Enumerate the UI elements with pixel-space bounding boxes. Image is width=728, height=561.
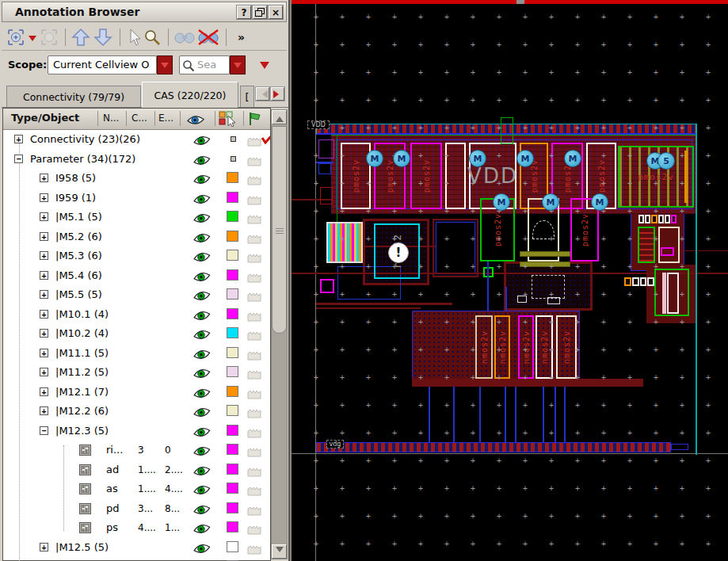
color-swatch[interactable] <box>227 541 238 552</box>
expander-toggle[interactable]: + <box>40 193 48 202</box>
color-swatch[interactable] <box>227 172 238 183</box>
nmos-cell[interactable]: nmos2v <box>536 315 553 379</box>
arrow-down-icon[interactable] <box>93 26 113 48</box>
tree-row[interactable]: +|M5.1 (5) <box>3 208 270 227</box>
nmos-cell[interactable]: nmos2v <box>556 315 577 379</box>
annotation-marker[interactable]: M <box>516 150 534 167</box>
expander-toggle[interactable]: + <box>40 290 48 299</box>
color-swatch[interactable] <box>227 444 238 455</box>
selectability-column-icon[interactable] <box>219 111 239 130</box>
layout-canvas[interactable]: VDD pmos2v pmos2v pmos2v VDD pmos2v pmos… <box>292 0 728 561</box>
visibility-eye-icon[interactable] <box>192 152 212 170</box>
color-swatch[interactable] <box>227 308 238 319</box>
tab-scroll-right-button[interactable] <box>271 87 284 101</box>
color-swatch[interactable] <box>227 269 238 280</box>
pointer-icon[interactable] <box>125 26 141 48</box>
expander-toggle[interactable]: + <box>40 232 48 241</box>
color-swatch[interactable] <box>227 425 238 436</box>
visibility-eye-icon[interactable] <box>192 230 212 247</box>
visibility-eye-icon[interactable] <box>192 133 212 151</box>
column-type-object[interactable]: Type/Object <box>11 112 79 124</box>
tree-header[interactable]: Type/Object N... C... E... <box>3 109 270 130</box>
nmos-small-cell[interactable] <box>638 227 655 263</box>
tree-row[interactable]: ri...3 0 <box>3 441 270 460</box>
arrow-up-icon[interactable] <box>71 26 91 48</box>
tree-row[interactable]: +|M5.3 (6) <box>3 246 270 266</box>
expander-toggle[interactable]: + <box>40 310 48 319</box>
expander-toggle[interactable]: + <box>40 406 48 415</box>
search-input[interactable]: Sea <box>179 55 230 74</box>
bottom-rail[interactable] <box>316 442 671 452</box>
tree-row[interactable]: −|M12.3 (5) <box>3 422 270 441</box>
panel-menu-arrow-icon[interactable] <box>260 62 269 74</box>
zoom-dropdown-icon[interactable] <box>29 36 36 45</box>
tree-row[interactable]: +|M10.2 (4) <box>3 324 270 344</box>
pmos-cell[interactable]: pmos2v <box>341 143 371 209</box>
tree-row[interactable]: +|M14 (4) <box>3 557 270 561</box>
annotation-marker-count[interactable]: 5 <box>657 152 675 170</box>
annotation-marker[interactable]: M <box>393 150 410 167</box>
tree-row[interactable]: +Connectivity (23)(26) <box>3 130 270 150</box>
pmos-cell[interactable] <box>445 143 466 209</box>
visibility-eye-icon[interactable] <box>192 346 212 364</box>
expander-toggle[interactable]: + <box>40 543 48 551</box>
tree-body[interactable]: +Connectivity (23)(26)−Parameter (34)(17… <box>3 130 270 561</box>
expander-toggle[interactable]: + <box>40 174 48 182</box>
tree-row[interactable]: +I959 (1) <box>3 189 270 208</box>
toolbar-overflow-button[interactable]: » <box>238 31 245 44</box>
visibility-eye-icon[interactable] <box>192 211 212 228</box>
zoom-to-fit-icon[interactable] <box>6 26 25 48</box>
tree-row[interactable]: as1.... 4.... <box>3 479 270 499</box>
striped-small-cell[interactable] <box>654 269 689 316</box>
flag-column-icon[interactable] <box>247 111 265 130</box>
color-swatch[interactable] <box>227 483 238 494</box>
annotation-marker[interactable]: M <box>493 193 510 211</box>
visibility-eye-icon[interactable] <box>192 444 212 461</box>
tree-row[interactable]: +|M11.1 (5) <box>3 344 270 364</box>
tab-connectivity[interactable]: Connectivity (79/79) <box>6 86 141 107</box>
expander-toggle[interactable]: − <box>14 155 23 163</box>
color-swatch[interactable] <box>227 250 238 261</box>
tree-row[interactable]: +|M12.1 (7) <box>3 383 270 403</box>
expander-toggle[interactable]: + <box>40 368 48 376</box>
tree-row[interactable]: +I958 (5) <box>3 169 270 189</box>
tree-row[interactable]: +|M12.5 (5) <box>3 538 270 558</box>
tree-row[interactable]: +|M12.2 (6) <box>3 402 270 422</box>
visibility-eye-icon[interactable] <box>192 172 212 189</box>
expander-toggle[interactable]: + <box>40 387 48 396</box>
annotation-marker[interactable]: M <box>591 193 608 211</box>
visibility-column-eye-icon[interactable] <box>187 113 204 128</box>
expander-toggle[interactable]: + <box>40 212 48 221</box>
tree-row[interactable]: −Parameter (34)(172) <box>3 150 270 170</box>
visibility-eye-icon[interactable] <box>192 269 212 286</box>
visibility-eye-icon[interactable] <box>192 502 212 519</box>
visibility-eye-icon[interactable] <box>192 250 212 267</box>
tree-vertical-scrollbar[interactable] <box>271 109 288 559</box>
visibility-eye-icon[interactable] <box>192 385 212 403</box>
column-e[interactable]: E... <box>158 113 173 124</box>
color-swatch[interactable] <box>227 211 238 222</box>
tab-partial[interactable]: [ <box>240 86 254 107</box>
scroll-down-button[interactable] <box>272 544 287 559</box>
annotation-marker[interactable]: M <box>564 150 581 167</box>
color-swatch[interactable] <box>227 288 238 300</box>
restore-button[interactable] <box>253 6 267 19</box>
color-swatch[interactable] <box>227 366 238 377</box>
visibility-eye-icon[interactable] <box>192 191 212 208</box>
tree-row[interactable]: ad1.... 2.... <box>3 460 270 480</box>
tree-row[interactable]: pd3... 8... <box>3 499 270 519</box>
annotation-marker[interactable]: M <box>366 150 383 167</box>
magenta-square[interactable] <box>320 279 334 293</box>
color-swatch[interactable] <box>227 386 238 397</box>
scrollbar-thumb[interactable] <box>272 126 287 334</box>
tree-row[interactable]: +|M5.5 (5) <box>3 285 270 305</box>
magnifier-icon[interactable] <box>143 26 162 48</box>
color-swatch[interactable] <box>227 464 238 475</box>
nmos-cell[interactable]: nmos2v <box>475 315 493 379</box>
help-button[interactable]: ? <box>237 6 251 19</box>
annotation-marker[interactable]: M <box>542 193 559 211</box>
tree-row[interactable]: +|M5.4 (6) <box>3 266 270 286</box>
device-small-cell[interactable] <box>658 227 680 263</box>
close-button[interactable]: × <box>269 6 283 19</box>
tree-row[interactable]: +|M5.2 (6) <box>3 227 270 247</box>
